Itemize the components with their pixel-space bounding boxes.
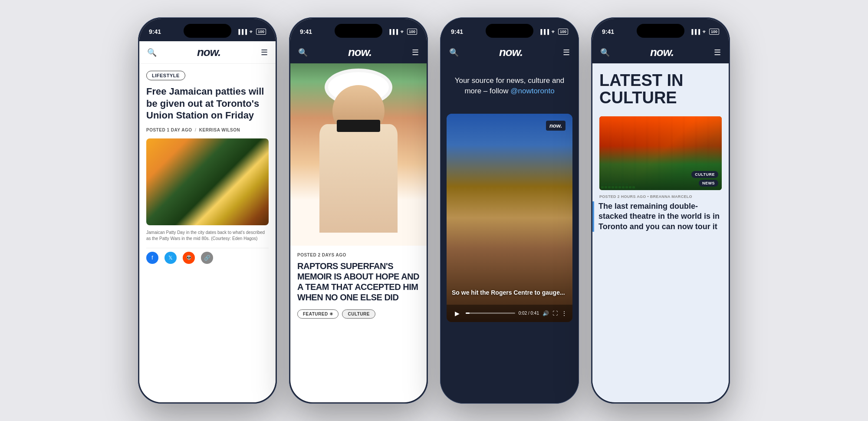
search-icon-2[interactable]: 🔍 [298,48,308,57]
phone4-tags-overlay: CULTURE NEWS [691,171,718,187]
wifi-icon-2: ᯤ [400,29,405,34]
battery-icon-2: 100 [407,29,417,35]
nav-bar-2: 🔍 now. ☰ [290,41,427,63]
more-options-icon[interactable]: ⋮ [561,310,567,317]
phones-container: 9:41 ▐▐▐ ᯤ 100 🔍 now. ☰ LIFESTYLE Free J… [121,0,747,421]
video-overlay-text: So we hit the Rogers Centre to gauge... [452,289,567,296]
article-meta-1: POSTED 1 DAY AGO / KERRISA WILSON [146,128,269,132]
wifi-icon-3: ᯤ [551,29,556,34]
nav-bar-1: 🔍 now. ☰ [139,41,276,64]
signal-icon-4: ▐▐▐ [690,29,700,34]
wifi-icon-4: ᯤ [702,29,707,34]
nav-logo-1[interactable]: now. [197,46,220,59]
volume-icon[interactable]: 🔊 [542,310,549,316]
phone1-content: LIFESTYLE Free Jamaican patties will be … [139,64,276,402]
dynamic-island-2 [335,24,382,38]
video-time: 0:02 / 0:41 [519,311,539,316]
phone4-content: LATEST IN CULTURE [592,63,729,402]
fullscreen-icon[interactable]: ⛶ [552,310,558,316]
author-4: BREANNA MARCELO [650,194,692,199]
article-title-2: RAPTORS SUPERFAN'S MEMOIR IS ABOUT HOPE … [297,261,420,303]
phone2-image-top [290,63,427,246]
section-title-4: LATEST IN CULTURE [599,72,722,107]
status-time-2: 9:41 [300,28,312,35]
battery-icon-4: 100 [709,29,719,35]
menu-icon-4[interactable]: ☰ [714,48,721,57]
nav-bar-3: 🔍 now. ☰ [441,41,578,63]
culture-overlay-tag[interactable]: CULTURE [691,171,718,178]
play-button[interactable]: ▶ [452,308,462,319]
meta-separator-4: • [647,194,648,199]
signal-icon: ▐▐▐ [237,29,247,34]
article-meta-2: POSTED 2 DAYS AGO [297,253,420,257]
post-date-2: POSTED 2 DAYS AGO [297,253,346,257]
phone-3: 9:41 ▐▐▐ ᯤ 100 🔍 now. ☰ Your source for … [440,17,579,404]
signal-icon-3: ▐▐▐ [539,29,549,34]
featured-tag[interactable]: FEATURED ✳ [297,309,339,319]
tags-row-2: FEATURED ✳ CULTURE [297,309,420,324]
article-image-1 [146,138,269,225]
nav-bar-4: 🔍 now. ☰ [592,41,729,63]
news-overlay-tag[interactable]: NEWS [699,180,718,187]
phone4-article-body: The last remaining double-stacked theatr… [592,201,729,232]
video-progress-bar[interactable] [466,312,515,314]
search-icon-4[interactable]: 🔍 [600,48,610,57]
signal-icon-2: ▐▐▐ [388,29,398,34]
video-progress-fill [466,312,470,314]
article-caption-1: Jamaican Patty Day in the city dates bac… [146,230,269,242]
phone4-article-meta: POSTED 2 HOURS AGO • BREANNA MARCELO [599,194,722,199]
search-icon-3[interactable]: 🔍 [449,48,459,57]
phone4-header: LATEST IN CULTURE [592,63,729,116]
dynamic-island-3 [486,24,533,38]
video-controls: ▶ 0:02 / 0:41 🔊 ⛶ ⋮ [447,305,572,322]
status-icons-4: ▐▐▐ ᯤ 100 [690,29,719,35]
phone3-video[interactable]: now. So we hit the Rogers Centre to gaug… [447,114,572,322]
article-title-1: Free Jamaican patties will be given out … [146,86,269,122]
phone4-article-title: The last remaining double-stacked theatr… [598,201,722,232]
status-icons-2: ▐▐▐ ᯤ 100 [388,29,417,35]
post-date-1: POSTED 1 DAY AGO [146,128,192,132]
phone3-tagline: Your source for news, culture and more –… [450,76,569,96]
phone-2: 9:41 ▐▐▐ ᯤ 100 🔍 now. ☰ [289,17,428,404]
dynamic-island-4 [637,24,684,38]
status-icons-3: ▐▐▐ ᯤ 100 [539,29,568,35]
reddit-share-icon[interactable]: 👽 [183,252,195,264]
post-date-4: POSTED 2 HOURS AGO [599,194,646,199]
link-share-icon[interactable]: 🔗 [201,252,213,264]
dynamic-island-1 [184,24,231,38]
nowtoronto-link[interactable]: @nowtoronto [510,87,554,95]
facebook-share-icon[interactable]: f [146,252,158,264]
twitter-share-icon[interactable]: 𝕏 [164,252,177,264]
status-icons-1: ▐▐▐ ᯤ 100 [237,29,266,35]
nav-logo-2[interactable]: now. [348,46,372,59]
status-time-3: 9:41 [451,28,463,35]
culture-tag-2[interactable]: CULTURE [342,309,375,319]
phone-4: 9:41 ▐▐▐ ᯤ 100 🔍 now. ☰ LATEST IN CULTUR… [591,17,730,404]
phone-1: 9:41 ▐▐▐ ᯤ 100 🔍 now. ☰ LIFESTYLE Free J… [138,17,277,404]
menu-icon-2[interactable]: ☰ [412,48,419,57]
share-bar-1: f 𝕏 👽 🔗 [146,248,269,267]
menu-icon-1[interactable]: ☰ [261,48,268,57]
phone4-article-image: CULTURE NEWS [599,116,722,190]
search-icon-1[interactable]: 🔍 [147,48,157,57]
status-time-1: 9:41 [149,28,161,35]
phone3-dark-section: Your source for news, culture and more –… [441,63,578,114]
phone4-image-wrapper: CULTURE NEWS [599,116,722,190]
nav-logo-4[interactable]: now. [650,46,674,59]
wifi-icon: ᯤ [249,29,254,34]
author-1: KERRISA WILSON [199,128,240,132]
status-time-4: 9:41 [602,28,614,35]
video-now-logo: now. [546,121,566,131]
lifestyle-tag[interactable]: LIFESTYLE [146,71,185,80]
battery-icon-3: 100 [558,29,568,35]
nav-logo-3[interactable]: now. [499,46,523,59]
phone2-article-card: POSTED 2 DAYS AGO RAPTORS SUPERFAN'S MEM… [290,246,427,331]
battery-icon: 100 [256,29,266,35]
menu-icon-3[interactable]: ☰ [563,48,570,57]
